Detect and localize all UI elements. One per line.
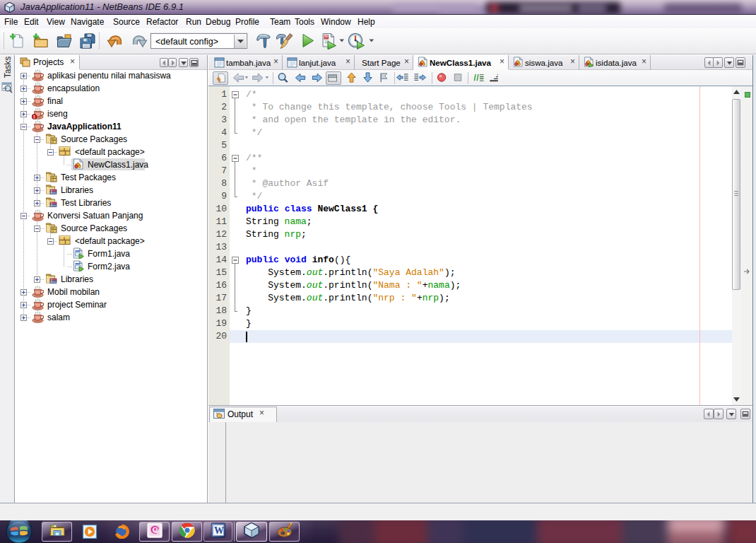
svg-text:!: ! xyxy=(33,115,35,119)
svg-text:W: W xyxy=(214,525,224,536)
